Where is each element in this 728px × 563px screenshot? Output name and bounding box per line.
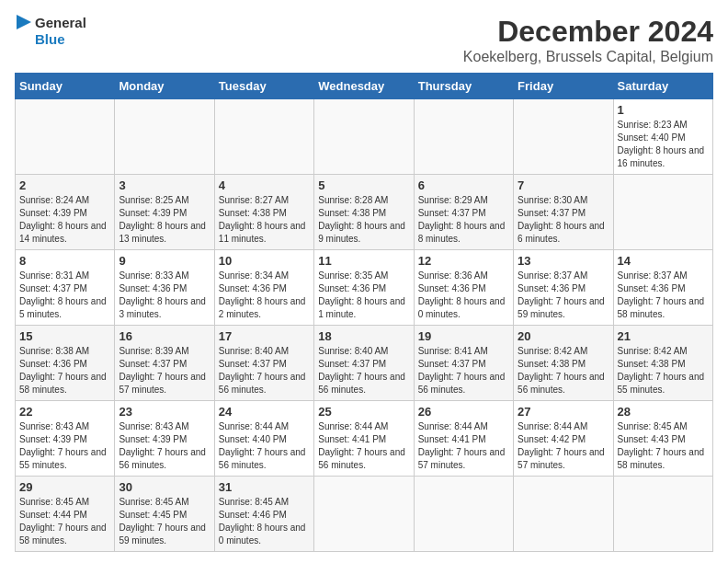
day-number: 24 — [219, 405, 310, 419]
table-row: 19 Sunrise: 8:41 AMSunset: 4:37 PMDaylig… — [414, 326, 513, 401]
table-row: 2 Sunrise: 8:24 AMSunset: 4:39 PMDayligh… — [16, 175, 115, 250]
day-info: Sunrise: 8:41 AMSunset: 4:37 PMDaylight:… — [418, 345, 509, 396]
day-number: 15 — [19, 329, 110, 343]
table-row: 1 Sunrise: 8:23 AMSunset: 4:40 PMDayligh… — [613, 99, 712, 175]
table-row — [613, 477, 712, 552]
day-info: Sunrise: 8:23 AMSunset: 4:40 PMDaylight:… — [618, 119, 709, 170]
day-info: Sunrise: 8:42 AMSunset: 4:38 PMDaylight:… — [618, 345, 709, 396]
day-info: Sunrise: 8:44 AMSunset: 4:41 PMDaylight:… — [318, 420, 409, 472]
table-row: 16 Sunrise: 8:39 AMSunset: 4:37 PMDaylig… — [115, 326, 214, 401]
table-row: 11 Sunrise: 8:35 AMSunset: 4:36 PMDaylig… — [314, 250, 414, 326]
table-row: 6 Sunrise: 8:29 AMSunset: 4:37 PMDayligh… — [414, 175, 513, 250]
table-row: 23 Sunrise: 8:43 AMSunset: 4:39 PMDaylig… — [115, 401, 214, 477]
table-row: 20 Sunrise: 8:42 AMSunset: 4:38 PMDaylig… — [514, 326, 613, 401]
logo: General Blue — [15, 15, 86, 48]
table-row: 24 Sunrise: 8:44 AMSunset: 4:40 PMDaylig… — [214, 401, 313, 477]
day-info: Sunrise: 8:44 AMSunset: 4:40 PMDaylight:… — [219, 420, 310, 472]
table-row — [115, 99, 214, 175]
table-row: 30 Sunrise: 8:45 AMSunset: 4:45 PMDaylig… — [115, 477, 214, 552]
table-row: 22 Sunrise: 8:43 AMSunset: 4:39 PMDaylig… — [16, 401, 115, 477]
day-number: 18 — [318, 329, 409, 343]
day-number: 13 — [518, 254, 609, 268]
table-row — [414, 99, 513, 175]
col-sunday: Sunday — [16, 74, 115, 99]
day-info: Sunrise: 8:34 AMSunset: 4:36 PMDaylight:… — [219, 270, 310, 321]
day-info: Sunrise: 8:39 AMSunset: 4:37 PMDaylight:… — [119, 345, 210, 396]
table-row — [314, 99, 414, 175]
page-subtitle: Koekelberg, Brussels Capital, Belgium — [463, 49, 713, 65]
day-number: 5 — [318, 178, 409, 192]
day-number: 9 — [119, 254, 210, 268]
day-info: Sunrise: 8:44 AMSunset: 4:42 PMDaylight:… — [518, 420, 609, 472]
col-saturday: Saturday — [613, 74, 712, 99]
table-row: 17 Sunrise: 8:40 AMSunset: 4:37 PMDaylig… — [214, 326, 313, 401]
day-info: Sunrise: 8:45 AMSunset: 4:43 PMDaylight:… — [618, 420, 709, 472]
day-number: 29 — [19, 480, 110, 494]
day-info: Sunrise: 8:45 AMSunset: 4:45 PMDaylight:… — [119, 496, 210, 547]
logo-blue: Blue — [35, 31, 86, 48]
day-number: 2 — [19, 178, 110, 192]
day-number: 17 — [219, 329, 310, 343]
col-monday: Monday — [115, 74, 214, 99]
day-info: Sunrise: 8:45 AMSunset: 4:46 PMDaylight:… — [219, 496, 310, 547]
table-row: 27 Sunrise: 8:44 AMSunset: 4:42 PMDaylig… — [514, 401, 613, 477]
day-info: Sunrise: 8:38 AMSunset: 4:36 PMDaylight:… — [19, 345, 110, 396]
day-number: 27 — [518, 405, 609, 419]
day-info: Sunrise: 8:27 AMSunset: 4:38 PMDaylight:… — [219, 194, 310, 246]
day-info: Sunrise: 8:36 AMSunset: 4:36 PMDaylight:… — [418, 270, 509, 321]
day-number: 21 — [618, 329, 709, 343]
col-friday: Friday — [514, 74, 613, 99]
calendar-header-row: Sunday Monday Tuesday Wednesday Thursday… — [16, 74, 713, 99]
day-info: Sunrise: 8:28 AMSunset: 4:38 PMDaylight:… — [318, 194, 409, 246]
day-info: Sunrise: 8:40 AMSunset: 4:37 PMDaylight:… — [219, 345, 310, 396]
day-number: 8 — [19, 254, 110, 268]
table-row: 25 Sunrise: 8:44 AMSunset: 4:41 PMDaylig… — [314, 401, 414, 477]
table-row: 15 Sunrise: 8:38 AMSunset: 4:36 PMDaylig… — [16, 326, 115, 401]
day-number: 28 — [618, 405, 709, 419]
table-row — [613, 175, 712, 250]
calendar-week-row: 2 Sunrise: 8:24 AMSunset: 4:39 PMDayligh… — [16, 175, 713, 250]
day-number: 14 — [618, 254, 709, 268]
table-row: 18 Sunrise: 8:40 AMSunset: 4:37 PMDaylig… — [314, 326, 414, 401]
day-number: 22 — [19, 405, 110, 419]
day-number: 12 — [418, 254, 509, 268]
table-row: 21 Sunrise: 8:42 AMSunset: 4:38 PMDaylig… — [613, 326, 712, 401]
calendar-week-row: 1 Sunrise: 8:23 AMSunset: 4:40 PMDayligh… — [16, 99, 713, 175]
day-info: Sunrise: 8:43 AMSunset: 4:39 PMDaylight:… — [19, 420, 110, 472]
calendar-week-row: 8 Sunrise: 8:31 AMSunset: 4:37 PMDayligh… — [16, 250, 713, 326]
table-row: 29 Sunrise: 8:45 AMSunset: 4:44 PMDaylig… — [16, 477, 115, 552]
logo-general: General — [35, 15, 86, 31]
table-row — [314, 477, 414, 552]
svg-marker-0 — [17, 15, 31, 29]
day-number: 6 — [418, 178, 509, 192]
day-info: Sunrise: 8:25 AMSunset: 4:39 PMDaylight:… — [119, 194, 210, 246]
title-block: December 2024 Koekelberg, Brussels Capit… — [463, 15, 713, 65]
table-row: 8 Sunrise: 8:31 AMSunset: 4:37 PMDayligh… — [16, 250, 115, 326]
day-number: 11 — [318, 254, 409, 268]
day-info: Sunrise: 8:42 AMSunset: 4:38 PMDaylight:… — [518, 345, 609, 396]
page-title: December 2024 — [463, 15, 713, 49]
table-row — [214, 99, 313, 175]
day-info: Sunrise: 8:33 AMSunset: 4:36 PMDaylight:… — [119, 270, 210, 321]
table-row — [514, 99, 613, 175]
day-number: 10 — [219, 254, 310, 268]
table-row: 28 Sunrise: 8:45 AMSunset: 4:43 PMDaylig… — [613, 401, 712, 477]
day-info: Sunrise: 8:35 AMSunset: 4:36 PMDaylight:… — [318, 270, 409, 321]
day-info: Sunrise: 8:37 AMSunset: 4:36 PMDaylight:… — [618, 270, 709, 321]
table-row — [414, 477, 513, 552]
day-number: 20 — [518, 329, 609, 343]
day-info: Sunrise: 8:30 AMSunset: 4:37 PMDaylight:… — [518, 194, 609, 246]
table-row: 5 Sunrise: 8:28 AMSunset: 4:38 PMDayligh… — [314, 175, 414, 250]
day-info: Sunrise: 8:43 AMSunset: 4:39 PMDaylight:… — [119, 420, 210, 472]
table-row — [16, 99, 115, 175]
calendar-week-row: 29 Sunrise: 8:45 AMSunset: 4:44 PMDaylig… — [16, 477, 713, 552]
table-row: 10 Sunrise: 8:34 AMSunset: 4:36 PMDaylig… — [214, 250, 313, 326]
day-info: Sunrise: 8:24 AMSunset: 4:39 PMDaylight:… — [19, 194, 110, 246]
table-row: 13 Sunrise: 8:37 AMSunset: 4:36 PMDaylig… — [514, 250, 613, 326]
day-number: 4 — [219, 178, 310, 192]
day-info: Sunrise: 8:44 AMSunset: 4:41 PMDaylight:… — [418, 420, 509, 472]
table-row: 26 Sunrise: 8:44 AMSunset: 4:41 PMDaylig… — [414, 401, 513, 477]
day-info: Sunrise: 8:37 AMSunset: 4:36 PMDaylight:… — [518, 270, 609, 321]
col-thursday: Thursday — [414, 74, 513, 99]
day-number: 3 — [119, 178, 210, 192]
